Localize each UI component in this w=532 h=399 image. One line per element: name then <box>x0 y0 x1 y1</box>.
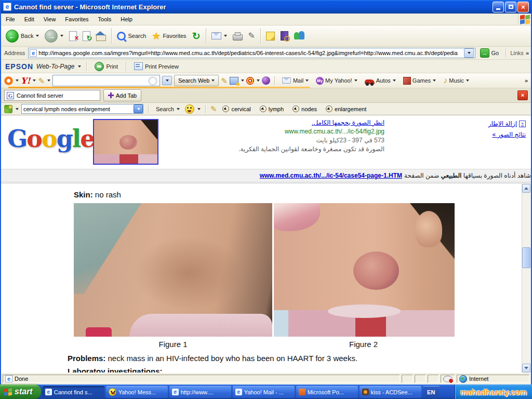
autos-button[interactable]: Autos <box>362 75 398 86</box>
search-assistant-icon[interactable] <box>4 105 12 113</box>
games-button[interactable]: Games <box>401 75 438 86</box>
pencil-dropdown-icon[interactable] <box>47 79 50 82</box>
web-to-page-menu[interactable]: Web-To-Page <box>36 63 74 70</box>
add-tab-button[interactable]: Add Tab <box>103 89 141 101</box>
yahoo-search-input[interactable] <box>52 75 160 86</box>
minimize-button[interactable] <box>493 2 504 12</box>
task-http-www[interactable]: http://www.... <box>169 386 231 398</box>
edit-button[interactable] <box>246 27 258 45</box>
context-page-link[interactable]: www.med.cmu.ac.th/.../ic-54/case54-page-… <box>260 172 402 179</box>
games-dropdown-icon[interactable] <box>433 79 436 82</box>
yahoo-dropdown-icon[interactable] <box>33 79 36 82</box>
links-label[interactable]: Links <box>510 50 524 56</box>
epson-print-button[interactable]: Print <box>92 61 121 72</box>
query-dropdown-button[interactable] <box>134 104 143 113</box>
print-button[interactable] <box>230 27 245 45</box>
language-indicator[interactable]: EN <box>423 386 440 398</box>
mail-dropdown-icon[interactable] <box>224 35 227 37</box>
refresh-button[interactable] <box>80 27 93 45</box>
remove-frame-label[interactable]: إزالة الإطار <box>488 118 517 129</box>
menu-file[interactable]: File <box>1 15 20 24</box>
my-yahoo-dropdown-icon[interactable] <box>354 79 357 82</box>
tab-cannot-find-server[interactable]: G Cannot find server <box>4 90 100 101</box>
menu-edit[interactable]: Edit <box>20 15 39 24</box>
address-dropdown-button[interactable] <box>464 48 474 58</box>
see-full-size-link[interactable]: انظر الصورة بحجمها الكامل. <box>312 119 384 126</box>
research-button[interactable] <box>278 27 291 45</box>
privacy-report-cell[interactable] <box>441 375 455 383</box>
messenger-button[interactable] <box>291 27 307 45</box>
highlighter-icon[interactable] <box>210 105 217 113</box>
vertical-scrollbar[interactable] <box>522 184 531 373</box>
stop-button[interactable] <box>66 27 79 45</box>
mail-dropdown-icon[interactable] <box>305 79 309 82</box>
companion-dropdown-icon[interactable] <box>16 79 19 82</box>
bookmarks-dropdown-icon[interactable] <box>241 79 244 82</box>
pencil-icon[interactable] <box>38 77 45 85</box>
result-thumbnail[interactable] <box>93 119 158 165</box>
remove-frame-link[interactable]: إزالة الإطار <box>488 118 526 129</box>
menu-view[interactable]: View <box>39 15 61 24</box>
yahoo-mail-button[interactable]: Mail <box>279 75 311 86</box>
home-button[interactable] <box>94 27 109 45</box>
scroll-down-button[interactable] <box>522 364 530 373</box>
highlight-pen-icon[interactable] <box>221 77 228 85</box>
forward-button[interactable] <box>42 27 66 45</box>
music-dropdown-icon[interactable] <box>466 79 469 82</box>
discuss-button[interactable] <box>263 27 277 45</box>
menu-help[interactable]: Help <box>116 15 137 24</box>
print-preview-button[interactable]: Print Preview <box>131 61 181 72</box>
task-acdsee[interactable]: kiss - ACDSee... <box>360 386 421 398</box>
address-field[interactable]: http://images.google.com.sa/imgres?imgur… <box>28 48 475 58</box>
search-query-input[interactable] <box>22 106 134 112</box>
web-to-page-dropdown-icon[interactable] <box>78 65 81 68</box>
task-yahoo-mail[interactable]: Yahoo! Mail - ... <box>233 386 295 398</box>
highlight-word-nodes[interactable]: nodes <box>289 104 320 114</box>
messenger-orb-icon[interactable] <box>262 76 270 85</box>
address-url[interactable]: http://images.google.com.sa/imgres?imgur… <box>38 50 462 56</box>
highlight-word-lymph[interactable]: lymph <box>257 104 287 114</box>
menu-tools[interactable]: Tools <box>94 15 116 24</box>
yahoo-search-history-button[interactable] <box>162 76 172 85</box>
close-toolbar-icon[interactable] <box>517 90 528 100</box>
task-cannot-find-server[interactable]: Cannot find s... <box>43 386 104 398</box>
search-query-combobox[interactable] <box>21 104 143 114</box>
scroll-up-button[interactable] <box>522 184 530 193</box>
assistant-search-dropdown-icon[interactable] <box>177 108 180 110</box>
yahoo-companion-icon[interactable] <box>4 76 13 85</box>
smiley-dropdown-icon[interactable] <box>197 108 201 110</box>
maximize-button[interactable] <box>505 2 516 12</box>
favorites-button[interactable]: Favorites <box>149 27 189 45</box>
go-button[interactable]: Go <box>477 44 502 62</box>
assistant-search-button[interactable]: Search <box>153 104 182 114</box>
image-results-label[interactable]: نتائج الصور » <box>493 129 526 140</box>
yahoo-overflow-chevron-icon[interactable]: » <box>525 77 528 84</box>
search-button[interactable]: Search <box>114 27 149 45</box>
smiley-icon[interactable] <box>185 104 194 114</box>
yahoo-logo[interactable]: Y! <box>21 76 30 86</box>
search-web-button[interactable]: Search Web <box>174 75 219 86</box>
back-button[interactable]: Back <box>3 27 42 45</box>
bullseye-dropdown-icon[interactable] <box>257 79 260 82</box>
autos-dropdown-icon[interactable] <box>393 79 396 82</box>
highlight-word-enlargement[interactable]: enlargement <box>323 104 369 114</box>
image-results-link[interactable]: نتائج الصور » <box>488 129 526 140</box>
close-button[interactable] <box>517 2 529 12</box>
menu-favorites[interactable]: Favorites <box>60 15 93 24</box>
start-button[interactable]: start <box>0 384 41 399</box>
task-yahoo-messenger[interactable]: Yahoo! Mess... <box>106 386 168 398</box>
bookmarks-window-icon[interactable] <box>230 77 238 85</box>
music-button[interactable]: Music <box>441 75 472 86</box>
task-microsoft-powerpoint[interactable]: Microsoft Po... <box>296 386 358 398</box>
history-button[interactable] <box>190 27 203 45</box>
my-yahoo-button[interactable]: My Yahoo! <box>313 75 360 86</box>
search-web-dropdown-icon[interactable] <box>211 79 215 82</box>
bullseye-icon[interactable] <box>246 77 254 85</box>
highlight-word-cervical[interactable]: cervical <box>219 104 254 114</box>
mail-button[interactable] <box>209 27 230 45</box>
scrollbar-thumb[interactable] <box>522 247 530 268</box>
back-dropdown-icon[interactable] <box>36 35 39 37</box>
links-chevron-icon[interactable]: » <box>526 50 529 56</box>
assistant-dropdown-icon[interactable] <box>16 108 19 110</box>
forward-dropdown-icon[interactable] <box>60 35 63 37</box>
